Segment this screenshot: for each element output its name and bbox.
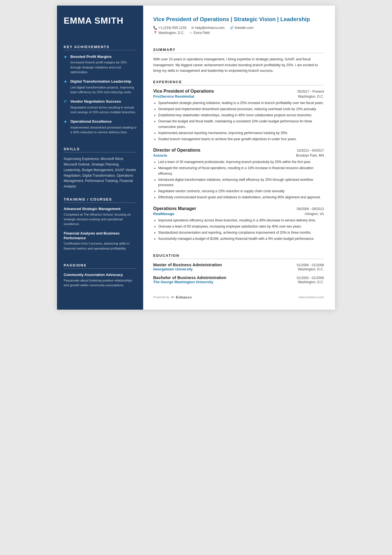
edu-school-2: The George Washington University xyxy=(153,280,213,284)
exp-company-row-1: FirstService Residential Washington, D.C… xyxy=(153,94,324,98)
exp-title-row-3: Operations Manager 08/2008 - 09/2013 xyxy=(153,206,324,211)
linkedin-value: linkedin.com xyxy=(235,26,254,30)
bullet-2-1: Led a team of 30 management professional… xyxy=(158,159,324,165)
achievement-title-2: Digital Transformation Leadership xyxy=(70,79,131,84)
footer-right: www.enhancv.com xyxy=(299,295,324,299)
achievement-item-2: ★ Digital Transformation Leadership Led … xyxy=(64,79,137,95)
enhancv-brand: Enhancv xyxy=(176,295,192,299)
edu-school-1: Georgetown University xyxy=(153,267,193,271)
edu-title-row-2: Bachelor of Business Administration 01/2… xyxy=(153,275,324,280)
bullet-3-3: Standardized documentation and reporting… xyxy=(158,230,324,235)
bullet-1-3: Established key stakeholder relationship… xyxy=(158,113,324,118)
sidebar-footer xyxy=(64,291,137,300)
passions-list: Community Association Advocacy Passionat… xyxy=(64,273,137,291)
contact-row-1: 📞 +1-(234)-555-1234 ✉ help@enhancv.com 🔗… xyxy=(153,26,324,30)
location-value: Washington, D.C. xyxy=(158,31,185,35)
exp-location-3: Arlington, VA xyxy=(305,212,324,216)
email-icon: ✉ xyxy=(191,26,194,30)
bullet-2-3: Introduced digital transformation initia… xyxy=(158,177,324,188)
enhancv-infinity-icon: ∞ xyxy=(171,295,174,300)
passion-title-1: Community Association Advocacy xyxy=(64,273,137,277)
skills-text: Supervising Experience, Microsoft Word, … xyxy=(64,156,137,189)
footer-bar: Powered by ∞ Enhancv www.enhancv.com xyxy=(153,288,324,300)
exp-title-row-2: Director of Operations 10/2013 - 04/2017 xyxy=(153,148,324,153)
achievement-header-4: ★ Operational Excellence xyxy=(64,119,137,124)
exp-company-1: FirstService Residential xyxy=(153,94,194,98)
summary-section-title: SUMMARY xyxy=(153,48,324,53)
bullet-1-2: Developed and implemented streamlined op… xyxy=(158,107,324,112)
edu-title-row-1: Master of Business Administration 01/200… xyxy=(153,262,324,267)
achievement-item-1: ★ Boosted Profit Margins Increased branc… xyxy=(64,54,137,75)
phone-value: +1-(234)-555-1234 xyxy=(158,26,186,30)
candidate-name: EMMA SMITH xyxy=(64,16,137,26)
bullet-2-4: Negotiated vendor contracts, securing a … xyxy=(158,189,324,194)
exp-location-1: Washington, D.C. xyxy=(298,95,324,98)
edu-school-row-2: The George Washington University Washing… xyxy=(153,280,324,284)
bullet-1-4: Oversaw the budget and fiscal health, ma… xyxy=(158,119,324,129)
achievement-title-4: Operational Excellence xyxy=(70,119,112,124)
contact-linkedin: 🔗 linkedin.com xyxy=(230,26,254,30)
training-title-2: Financial Analysis and Business Performa… xyxy=(64,231,137,241)
contact-extra: ☆ Extra Field xyxy=(190,31,210,35)
exp-dates-1: 05/2017 - Present xyxy=(297,90,324,93)
summary-text: With over 10 years in operations managem… xyxy=(153,56,324,74)
bullet-2-2: Managed the restructuring of fiscal oper… xyxy=(158,166,324,176)
exp-bullets-1: Spearheaded strategic planning initiativ… xyxy=(153,100,324,142)
achievement-title-3: Vendor Negotiation Success xyxy=(70,99,121,104)
bullet-3-2: Oversaw a team of 60 employees, increasi… xyxy=(158,224,324,229)
exp-company-3: RealManage xyxy=(153,212,174,216)
edu-degree-1: Master of Business Administration xyxy=(153,262,222,267)
edu-location-1: Washington, D.C. xyxy=(298,267,324,271)
phone-icon: 📞 xyxy=(153,26,157,30)
exp-job-title-2: Director of Operations xyxy=(153,148,200,153)
contact-email: ✉ help@enhancv.com xyxy=(191,26,224,30)
passions-section-title: PASSIONS xyxy=(64,263,137,269)
footer-left: Powered by ∞ Enhancv xyxy=(153,295,192,300)
exp-company-row-3: RealManage Arlington, VA xyxy=(153,212,324,216)
achievement-header-1: ★ Boosted Profit Margins xyxy=(64,54,137,59)
edu-dates-2: 01/2002 - 01/2006 xyxy=(297,276,324,280)
exp-entry-3: Operations Manager 08/2008 - 09/2013 Rea… xyxy=(153,206,324,243)
passion-desc-1: Passionate about fostering positive rela… xyxy=(64,278,137,288)
exp-entry-2: Director of Operations 10/2013 - 04/2017… xyxy=(153,148,324,201)
achievement-desc-4: Implemented streamlined processes leadin… xyxy=(64,125,137,135)
training-item-2: Financial Analysis and Business Performa… xyxy=(64,231,137,251)
edu-entry-1: Master of Business Administration 01/200… xyxy=(153,262,324,271)
achievements-list: ★ Boosted Profit Margins Increased branc… xyxy=(64,54,137,139)
exp-entry-1: Vice President of Operations 05/2017 - P… xyxy=(153,89,324,143)
achievement-header-2: ★ Digital Transformation Leadership xyxy=(64,79,137,84)
footer-website: www.enhancv.com xyxy=(299,295,324,299)
exp-company-row-2: Associa Brooklyn Park, MN xyxy=(153,153,324,157)
bullet-3-1: Improved operations efficiency across th… xyxy=(158,218,324,223)
main-header: Vice President of Operations | Strategic… xyxy=(153,16,324,36)
edu-location-2: Washington, D.C. xyxy=(298,280,324,284)
extra-value: Extra Field xyxy=(194,31,210,35)
education-section-title: EDUCATION xyxy=(153,253,324,259)
achievement-item-4: ★ Operational Excellence Implemented str… xyxy=(64,119,137,135)
achievement-item-3: ⇄ Vendor Negotiation Success Negotiated … xyxy=(64,99,137,115)
arrows-icon: ⇄ xyxy=(64,99,68,103)
bullet-2-5: Effectively communicated branch goals an… xyxy=(158,195,324,200)
achievement-desc-3: Negotiated contract terms resulting in a… xyxy=(64,105,137,115)
exp-bullets-2: Led a team of 30 management professional… xyxy=(153,159,324,200)
exp-dates-3: 08/2008 - 09/2013 xyxy=(297,207,324,211)
exp-company-2: Associa xyxy=(153,153,167,157)
contact-phone: 📞 +1-(234)-555-1234 xyxy=(153,26,186,30)
edu-dates-1: 01/2006 - 01/2008 xyxy=(297,263,324,267)
contact-location: 📍 Washington, D.C. xyxy=(153,31,185,35)
edu-school-row-1: Georgetown University Washington, D.C. xyxy=(153,267,324,271)
exp-job-title-1: Vice President of Operations xyxy=(153,89,214,94)
powered-by-text: Powered by xyxy=(153,295,169,299)
experience-section-title: EXPERIENCE xyxy=(153,80,324,85)
key-achievements-section-title: KEY ACHIEVEMENTS xyxy=(64,45,137,50)
star-icon-2: ★ xyxy=(64,79,68,84)
achievement-desc-2: Led digital transformation projects, imp… xyxy=(64,85,137,95)
edu-entry-2: Bachelor of Business Administration 01/2… xyxy=(153,275,324,284)
training-section-title: TRAINING / COURSES xyxy=(64,197,137,203)
contact-row-2: 📍 Washington, D.C. ☆ Extra Field xyxy=(153,31,324,35)
main-content: Vice President of Operations | Strategic… xyxy=(143,6,335,310)
exp-job-title-3: Operations Manager xyxy=(153,206,196,211)
skills-section-title: SKILLS xyxy=(64,147,137,152)
bullet-1-1: Spearheaded strategic planning initiativ… xyxy=(158,100,324,106)
location-icon: 📍 xyxy=(153,31,157,35)
